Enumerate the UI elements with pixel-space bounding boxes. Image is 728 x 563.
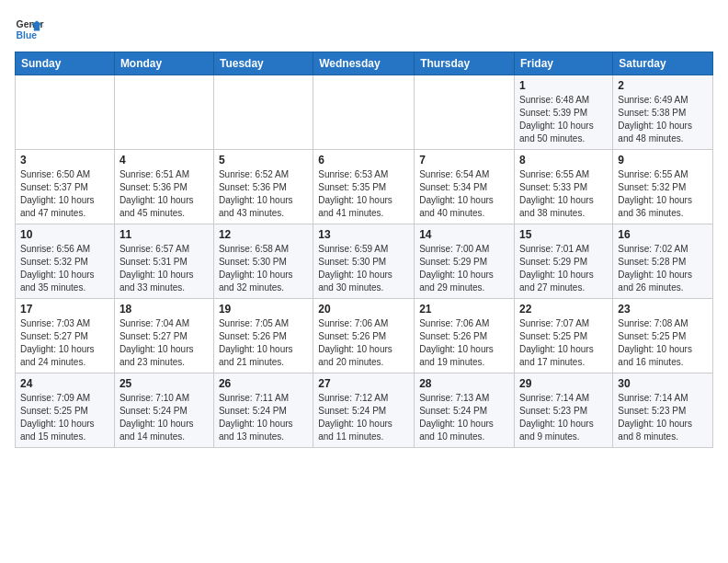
calendar-day-cell: 24Sunrise: 7:09 AM Sunset: 5:25 PM Dayli…: [16, 373, 115, 448]
calendar-day-cell: 19Sunrise: 7:05 AM Sunset: 5:26 PM Dayli…: [213, 299, 313, 373]
day-number: 8: [519, 154, 608, 167]
day-info: Sunrise: 7:06 AM Sunset: 5:26 PM Dayligh…: [318, 317, 409, 369]
calendar-day-cell: 11Sunrise: 6:57 AM Sunset: 5:31 PM Dayli…: [114, 224, 213, 299]
day-info: Sunrise: 7:09 AM Sunset: 5:25 PM Dayligh…: [20, 392, 109, 443]
svg-text:Blue: Blue: [17, 30, 38, 40]
calendar-day-cell: 25Sunrise: 7:10 AM Sunset: 5:24 PM Dayli…: [114, 373, 213, 448]
day-number: 25: [119, 377, 209, 390]
day-number: 23: [618, 303, 708, 316]
calendar-day-cell: 5Sunrise: 6:52 AM Sunset: 5:36 PM Daylig…: [213, 150, 313, 224]
day-number: 30: [618, 377, 708, 390]
day-number: 3: [20, 154, 109, 167]
day-number: 22: [519, 303, 608, 316]
calendar-day-cell: [16, 75, 115, 150]
calendar-day-cell: 6Sunrise: 6:53 AM Sunset: 5:35 PM Daylig…: [313, 150, 415, 224]
calendar-header: SundayMondayTuesdayWednesdayThursdayFrid…: [16, 52, 713, 75]
calendar-day-cell: 13Sunrise: 6:59 AM Sunset: 5:30 PM Dayli…: [313, 224, 415, 299]
day-info: Sunrise: 7:13 AM Sunset: 5:24 PM Dayligh…: [419, 392, 509, 443]
calendar-day-cell: 23Sunrise: 7:08 AM Sunset: 5:25 PM Dayli…: [613, 299, 713, 373]
day-info: Sunrise: 6:49 AM Sunset: 5:38 PM Dayligh…: [618, 94, 708, 145]
calendar-day-cell: 22Sunrise: 7:07 AM Sunset: 5:25 PM Dayli…: [515, 299, 613, 373]
day-info: Sunrise: 7:11 AM Sunset: 5:24 PM Dayligh…: [219, 392, 308, 443]
calendar-day-cell: 18Sunrise: 7:04 AM Sunset: 5:27 PM Dayli…: [114, 299, 213, 373]
day-of-week-header: Tuesday: [213, 52, 313, 75]
day-number: 27: [318, 377, 409, 390]
day-number: 11: [119, 228, 209, 241]
day-of-week-header: Monday: [114, 52, 213, 75]
calendar-table: SundayMondayTuesdayWednesdayThursdayFrid…: [15, 52, 713, 448]
day-of-week-header: Wednesday: [313, 52, 415, 75]
calendar-day-cell: 26Sunrise: 7:11 AM Sunset: 5:24 PM Dayli…: [213, 373, 313, 448]
day-info: Sunrise: 7:07 AM Sunset: 5:25 PM Dayligh…: [519, 317, 608, 369]
day-number: 12: [219, 228, 308, 241]
calendar-day-cell: 29Sunrise: 7:14 AM Sunset: 5:23 PM Dayli…: [515, 373, 613, 448]
calendar-day-cell: 9Sunrise: 6:55 AM Sunset: 5:32 PM Daylig…: [613, 150, 713, 224]
calendar-day-cell: [313, 75, 415, 150]
day-info: Sunrise: 6:57 AM Sunset: 5:31 PM Dayligh…: [119, 243, 209, 294]
day-number: 6: [318, 154, 409, 167]
day-number: 17: [20, 303, 109, 316]
days-of-week-row: SundayMondayTuesdayWednesdayThursdayFrid…: [16, 52, 713, 75]
calendar-day-cell: 28Sunrise: 7:13 AM Sunset: 5:24 PM Dayli…: [415, 373, 515, 448]
day-info: Sunrise: 7:01 AM Sunset: 5:29 PM Dayligh…: [519, 243, 608, 294]
day-number: 14: [419, 228, 509, 241]
calendar-day-cell: [415, 75, 515, 150]
day-number: 2: [618, 79, 708, 92]
day-number: 28: [419, 377, 509, 390]
day-info: Sunrise: 6:52 AM Sunset: 5:36 PM Dayligh…: [219, 168, 308, 220]
day-info: Sunrise: 6:51 AM Sunset: 5:36 PM Dayligh…: [119, 168, 209, 220]
calendar-day-cell: 15Sunrise: 7:01 AM Sunset: 5:29 PM Dayli…: [515, 224, 613, 299]
day-info: Sunrise: 6:50 AM Sunset: 5:37 PM Dayligh…: [20, 168, 109, 220]
calendar-day-cell: 17Sunrise: 7:03 AM Sunset: 5:27 PM Dayli…: [16, 299, 115, 373]
day-info: Sunrise: 6:55 AM Sunset: 5:32 PM Dayligh…: [618, 168, 708, 220]
calendar-body: 1Sunrise: 6:48 AM Sunset: 5:39 PM Daylig…: [16, 75, 713, 448]
calendar-day-cell: [213, 75, 313, 150]
calendar-day-cell: 4Sunrise: 6:51 AM Sunset: 5:36 PM Daylig…: [114, 150, 213, 224]
day-info: Sunrise: 7:08 AM Sunset: 5:25 PM Dayligh…: [618, 317, 708, 369]
day-number: 5: [219, 154, 308, 167]
header: General Blue: [15, 15, 713, 44]
day-of-week-header: Sunday: [16, 52, 115, 75]
day-number: 20: [318, 303, 409, 316]
calendar-day-cell: 27Sunrise: 7:12 AM Sunset: 5:24 PM Dayli…: [313, 373, 415, 448]
day-number: 19: [219, 303, 308, 316]
day-number: 4: [119, 154, 209, 167]
day-number: 13: [318, 228, 409, 241]
day-info: Sunrise: 6:59 AM Sunset: 5:30 PM Dayligh…: [318, 243, 409, 294]
day-number: 18: [119, 303, 209, 316]
day-info: Sunrise: 7:03 AM Sunset: 5:27 PM Dayligh…: [20, 317, 109, 369]
calendar-day-cell: 30Sunrise: 7:14 AM Sunset: 5:23 PM Dayli…: [613, 373, 713, 448]
calendar-day-cell: 7Sunrise: 6:54 AM Sunset: 5:34 PM Daylig…: [415, 150, 515, 224]
day-number: 29: [519, 377, 608, 390]
day-info: Sunrise: 7:05 AM Sunset: 5:26 PM Dayligh…: [219, 317, 308, 369]
calendar-week-row: 1Sunrise: 6:48 AM Sunset: 5:39 PM Daylig…: [16, 75, 713, 150]
calendar-day-cell: 14Sunrise: 7:00 AM Sunset: 5:29 PM Dayli…: [415, 224, 515, 299]
calendar-day-cell: 20Sunrise: 7:06 AM Sunset: 5:26 PM Dayli…: [313, 299, 415, 373]
day-number: 1: [519, 79, 608, 92]
calendar-day-cell: 12Sunrise: 6:58 AM Sunset: 5:30 PM Dayli…: [213, 224, 313, 299]
day-number: 10: [20, 228, 109, 241]
day-of-week-header: Saturday: [613, 52, 713, 75]
calendar-week-row: 24Sunrise: 7:09 AM Sunset: 5:25 PM Dayli…: [16, 373, 713, 448]
day-number: 9: [618, 154, 708, 167]
day-info: Sunrise: 6:55 AM Sunset: 5:33 PM Dayligh…: [519, 168, 608, 220]
calendar-day-cell: 1Sunrise: 6:48 AM Sunset: 5:39 PM Daylig…: [515, 75, 613, 150]
day-info: Sunrise: 7:02 AM Sunset: 5:28 PM Dayligh…: [618, 243, 708, 294]
day-number: 21: [419, 303, 509, 316]
day-info: Sunrise: 7:14 AM Sunset: 5:23 PM Dayligh…: [519, 392, 608, 443]
calendar-day-cell: 2Sunrise: 6:49 AM Sunset: 5:38 PM Daylig…: [613, 75, 713, 150]
day-info: Sunrise: 7:12 AM Sunset: 5:24 PM Dayligh…: [318, 392, 409, 443]
day-info: Sunrise: 7:00 AM Sunset: 5:29 PM Dayligh…: [419, 243, 509, 294]
logo: General Blue: [15, 15, 44, 44]
day-number: 7: [419, 154, 509, 167]
day-info: Sunrise: 6:58 AM Sunset: 5:30 PM Dayligh…: [219, 243, 308, 294]
day-info: Sunrise: 7:10 AM Sunset: 5:24 PM Dayligh…: [119, 392, 209, 443]
calendar-day-cell: 8Sunrise: 6:55 AM Sunset: 5:33 PM Daylig…: [515, 150, 613, 224]
day-of-week-header: Thursday: [415, 52, 515, 75]
calendar-day-cell: 3Sunrise: 6:50 AM Sunset: 5:37 PM Daylig…: [16, 150, 115, 224]
calendar-week-row: 10Sunrise: 6:56 AM Sunset: 5:32 PM Dayli…: [16, 224, 713, 299]
calendar-day-cell: 10Sunrise: 6:56 AM Sunset: 5:32 PM Dayli…: [16, 224, 115, 299]
day-number: 16: [618, 228, 708, 241]
calendar-week-row: 3Sunrise: 6:50 AM Sunset: 5:37 PM Daylig…: [16, 150, 713, 224]
day-info: Sunrise: 6:53 AM Sunset: 5:35 PM Dayligh…: [318, 168, 409, 220]
